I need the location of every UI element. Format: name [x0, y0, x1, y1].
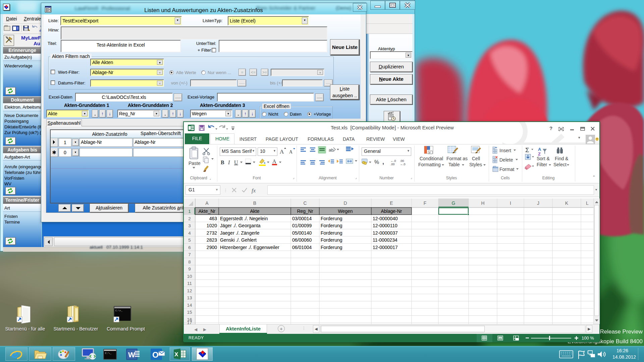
svg-text:.00: .00 — [400, 159, 404, 163]
svg-text:12-0000040: 12-0000040 — [373, 216, 398, 221]
svg-text:Eggerstedt ./. Negelein: Eggerstedt ./. Negelein — [220, 216, 268, 221]
svg-text:Insert: Insert — [499, 148, 511, 153]
svg-text:Forderung: Forderung — [321, 237, 342, 243]
svg-text:14: 14 — [187, 303, 192, 308]
svg-text:≠: ≠ — [429, 151, 431, 154]
svg-text:←.0: ←.0 — [390, 159, 396, 163]
svg-text:A: A — [538, 147, 541, 152]
svg-text:H: H — [481, 200, 484, 206]
svg-text:Delete: Delete — [499, 157, 513, 163]
svg-text:D: D — [343, 200, 347, 206]
svg-text:Jäger ./. Georganta: Jäger ./. Georganta — [220, 223, 261, 228]
svg-text:06/00060: 06/00060 — [292, 237, 312, 243]
svg-text:01/00099: 01/00099 — [292, 223, 312, 228]
svg-text:Table: Table — [448, 162, 460, 167]
svg-text:Cell: Cell — [472, 156, 480, 161]
svg-text:8: 8 — [188, 259, 191, 264]
svg-text:K: K — [565, 200, 569, 206]
svg-text:2900: 2900 — [207, 245, 217, 250]
svg-text:9: 9 — [188, 266, 191, 272]
svg-text:3: 3 — [188, 223, 191, 228]
svg-text:05/00140: 05/00140 — [292, 230, 312, 236]
svg-text:A: A — [272, 159, 276, 164]
svg-text:10: 10 — [187, 274, 192, 279]
svg-text:Hitzenberger ./. Eggenweiler: Hitzenberger ./. Eggenweiler — [220, 245, 279, 250]
svg-text:11-0000234: 11-0000234 — [373, 237, 397, 243]
svg-text:.00: .00 — [390, 163, 395, 166]
svg-text:C: C — [303, 200, 307, 206]
svg-text:E: E — [390, 200, 393, 206]
svg-text:03/00014: 03/00014 — [292, 216, 312, 221]
svg-text:5: 5 — [188, 238, 191, 243]
svg-text:F: F — [424, 200, 427, 206]
svg-text:12-0000110: 12-0000110 — [373, 223, 397, 228]
svg-text:7: 7 — [188, 252, 191, 257]
svg-text:J: J — [537, 200, 539, 206]
svg-text:Forderung: Forderung — [321, 223, 342, 228]
svg-text:12-0000017: 12-0000017 — [373, 245, 398, 250]
svg-text:463: 463 — [209, 216, 217, 221]
svg-text:Akte_Nr: Akte_Nr — [199, 208, 216, 214]
svg-text:I: I — [228, 160, 230, 165]
svg-text:→.0: →.0 — [400, 163, 406, 166]
svg-text:A: A — [280, 148, 284, 155]
svg-text:Conditional: Conditional — [420, 156, 443, 161]
svg-text:Sort &: Sort & — [537, 156, 550, 161]
svg-text:B: B — [221, 160, 224, 165]
svg-text:I: I — [510, 200, 511, 206]
svg-text:L: L — [586, 200, 589, 206]
svg-text:C:\_: C:\_ — [105, 352, 111, 355]
svg-text:2732: 2732 — [207, 230, 217, 236]
svg-text:16: 16 — [187, 317, 192, 322]
svg-text:A: A — [205, 200, 209, 206]
svg-text:06/01004: 06/01004 — [292, 245, 312, 250]
svg-text:15: 15 — [187, 310, 192, 315]
svg-text:Wegen: Wegen — [338, 208, 353, 214]
svg-text:Styles: Styles — [469, 162, 482, 167]
svg-text:fx: fx — [252, 187, 256, 194]
svg-text:Format as: Format as — [446, 156, 468, 161]
svg-text:Filter: Filter — [537, 162, 547, 167]
svg-text:G: G — [452, 200, 455, 206]
svg-text:W: W — [128, 351, 135, 359]
svg-text:2823: 2823 — [207, 237, 217, 243]
svg-text:4: 4 — [188, 231, 191, 236]
svg-text:Reg_Nr: Reg_Nr — [297, 208, 313, 214]
svg-text:6: 6 — [188, 245, 191, 250]
svg-text:U: U — [234, 160, 238, 165]
svg-text:1: 1 — [188, 209, 191, 214]
svg-text:,: , — [382, 159, 384, 165]
svg-text:O: O — [152, 350, 159, 359]
svg-text:%: % — [374, 159, 379, 165]
svg-text:Format: Format — [499, 167, 514, 172]
svg-text:Genski ./. Gehlert: Genski ./. Gehlert — [220, 237, 257, 243]
svg-text:Akte: Akte — [250, 208, 259, 214]
svg-text:Σ: Σ — [525, 146, 529, 154]
svg-text:2: 2 — [188, 216, 191, 221]
svg-text:ab: ab — [329, 147, 333, 153]
svg-text:Paste: Paste — [189, 161, 201, 166]
svg-text:B: B — [253, 200, 256, 206]
svg-text:1020: 1020 — [207, 223, 217, 228]
svg-text:Select: Select — [553, 162, 567, 167]
svg-text:C:\>_: C:\>_ — [115, 309, 123, 312]
svg-text:A: A — [289, 149, 293, 155]
svg-text:Ablage-Nr: Ablage-Nr — [381, 208, 402, 214]
svg-text:?: ? — [549, 125, 552, 131]
svg-text:Formatting: Formatting — [418, 162, 441, 167]
svg-text:12-0000037: 12-0000037 — [373, 230, 398, 236]
svg-text:Jaeger ./. Zängerle: Jaeger ./. Zängerle — [220, 230, 260, 236]
svg-text:Forderung: Forderung — [321, 245, 342, 250]
svg-text:X: X — [174, 351, 178, 358]
svg-text:Find &: Find & — [555, 156, 569, 161]
svg-text:11: 11 — [187, 281, 192, 286]
svg-text:13: 13 — [187, 295, 192, 300]
svg-text:Forderung: Forderung — [321, 216, 342, 221]
svg-text:Forderung: Forderung — [321, 230, 342, 236]
svg-text:12: 12 — [187, 288, 192, 293]
